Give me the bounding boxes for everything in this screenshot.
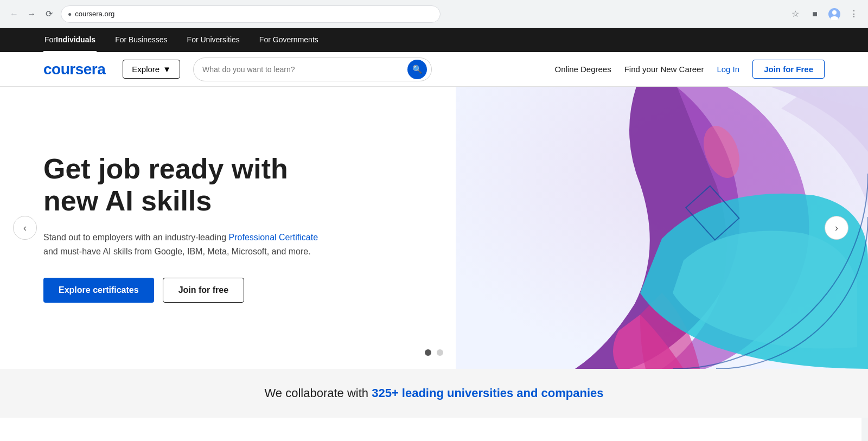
back-button[interactable]: ← [7, 7, 22, 22]
carousel-dot-2[interactable] [437, 349, 443, 356]
bottom-banner-text: We collaborate with 325+ leading univers… [43, 386, 825, 400]
nav-links: Online Degrees Find your New Career Log … [554, 60, 825, 79]
bookmark-button[interactable]: ☆ [788, 7, 803, 22]
hero-title: Get job ready with new AI skills [43, 153, 326, 218]
url-text: coursera.org [75, 10, 114, 18]
new-career-link[interactable]: Find your New Career [624, 65, 704, 74]
reload-button[interactable]: ⟳ [41, 7, 56, 22]
online-degrees-link[interactable]: Online Degrees [554, 65, 611, 74]
security-icon: ● [68, 10, 72, 18]
hero-section: ‹ Get job ready with new AI skills Stand… [0, 87, 868, 369]
bottom-banner: We collaborate with 325+ leading univers… [0, 369, 868, 418]
nav-item-universities[interactable]: For Universities [186, 28, 241, 52]
menu-button[interactable]: ⋮ [846, 7, 861, 22]
search-input[interactable] [202, 65, 403, 74]
chevron-down-icon: ▼ [163, 65, 171, 74]
login-link[interactable]: Log In [717, 65, 739, 74]
explore-certificates-button[interactable]: Explore certificates [43, 278, 154, 303]
coursera-logo[interactable]: coursera [43, 61, 105, 78]
main-nav: coursera Explore ▼ 🔍 Online Degrees Find… [0, 52, 868, 87]
browser-actions: ☆ ■ ⋮ [788, 7, 861, 22]
carousel-dot-1[interactable] [425, 349, 431, 356]
nav-item-governments[interactable]: For Governments [258, 28, 320, 52]
coursera-site: For Individuals For Businesses For Unive… [0, 28, 868, 418]
hero-subtitle: Stand out to employers with an industry-… [43, 231, 326, 258]
top-nav-bar: For Individuals For Businesses For Unive… [0, 28, 868, 52]
join-for-free-button[interactable]: Join for Free [752, 60, 825, 79]
carousel-next-button[interactable]: › [825, 216, 848, 240]
nav-item-businesses[interactable]: For Businesses [114, 28, 168, 52]
forward-button[interactable]: → [24, 7, 39, 22]
professional-cert-link[interactable]: Professional Certificate [229, 233, 318, 242]
hero-content: Get job ready with new AI skills Stand o… [0, 120, 369, 336]
search-button[interactable]: 🔍 [407, 60, 427, 79]
svg-point-1 [832, 10, 837, 15]
address-bar[interactable]: ● coursera.org [61, 5, 441, 23]
browser-chrome: ← → ⟳ ● coursera.org ☆ ■ ⋮ [0, 0, 868, 28]
carousel-prev-button[interactable]: ‹ [13, 216, 37, 240]
profile-button[interactable] [827, 7, 842, 22]
hero-buttons: Explore certificates Join for free [43, 278, 326, 303]
search-bar: 🔍 [193, 57, 432, 81]
hero-illustration [456, 87, 868, 369]
extensions-button[interactable]: ■ [807, 7, 822, 22]
browser-nav-buttons: ← → ⟳ [7, 7, 56, 22]
explore-button[interactable]: Explore ▼ [123, 60, 180, 79]
carousel-dots [425, 349, 443, 356]
search-icon: 🔍 [412, 65, 423, 74]
nav-item-individuals[interactable]: For Individuals [43, 28, 97, 52]
join-for-free-hero-button[interactable]: Join for free [163, 278, 244, 303]
